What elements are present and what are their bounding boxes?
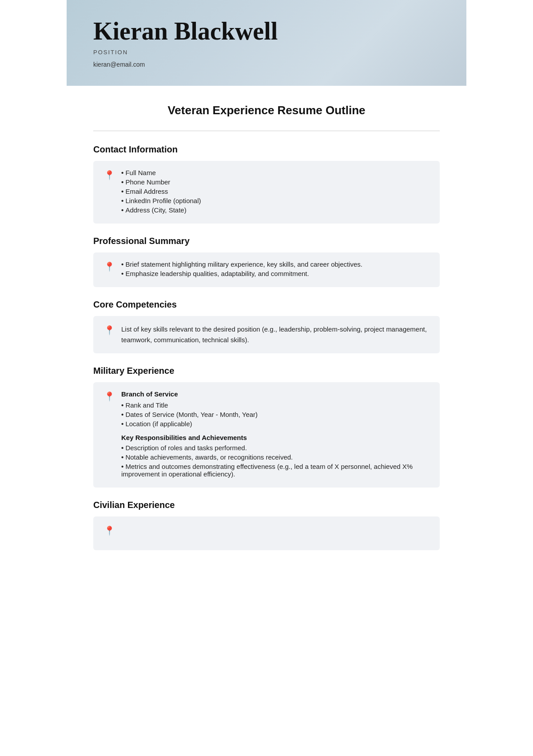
pin-icon-summary: 📍: [104, 261, 115, 272]
list-item: Emphasize leadership qualities, adaptabi…: [121, 270, 362, 277]
professional-summary-box: 📍 Brief statement highlighting military …: [93, 252, 440, 287]
list-item: Phone Number: [121, 178, 201, 186]
civilian-content: [121, 524, 429, 542]
list-item: Address (City, State): [121, 206, 201, 214]
core-competencies-text: List of key skills relevant to the desir…: [121, 324, 429, 345]
achievements-list: Description of roles and tasks performed…: [121, 444, 429, 478]
contact-heading: Contact Information: [93, 144, 440, 155]
key-responsibilities-heading: Key Responsibilities and Achievements: [121, 434, 429, 441]
branch-of-service-label: Branch of Service: [121, 390, 429, 398]
contact-list: Full Name Phone Number Email Address Lin…: [121, 169, 201, 216]
list-item: Notable achievements, awards, or recogni…: [121, 453, 429, 461]
pin-icon-military: 📍: [104, 391, 115, 402]
military-experience-row: 📍 Branch of Service Rank and Title Dates…: [104, 390, 429, 480]
document-title: Veteran Experience Resume Outline: [93, 104, 440, 117]
professional-summary-list: Brief statement highlighting military ex…: [121, 260, 362, 279]
contact-row: 📍 Full Name Phone Number Email Address L…: [104, 169, 429, 216]
contact-box: 📍 Full Name Phone Number Email Address L…: [93, 161, 440, 224]
core-competencies-box: 📍 List of key skills relevant to the des…: [93, 316, 440, 353]
civilian-experience-heading: Civilian Experience: [93, 500, 440, 510]
military-experience-heading: Military Experience: [93, 366, 440, 376]
core-competencies-row: 📍 List of key skills relevant to the des…: [104, 324, 429, 345]
branch-list: Rank and Title Dates of Service (Month, …: [121, 401, 429, 428]
civilian-experience-row: 📍: [104, 524, 429, 542]
civilian-experience-box: 📍: [93, 516, 440, 550]
main-content: Veteran Experience Resume Outline Contac…: [67, 86, 466, 580]
list-item: LinkedIn Profile (optional): [121, 197, 201, 204]
list-item: Metrics and outcomes demonstrating effec…: [121, 463, 429, 478]
list-item: Dates of Service (Month, Year - Month, Y…: [121, 411, 429, 418]
candidate-name: Kieran Blackwell: [93, 18, 440, 45]
pin-icon-civilian: 📍: [104, 525, 115, 536]
list-item: Brief statement highlighting military ex…: [121, 260, 362, 268]
list-item: Email Address: [121, 188, 201, 195]
list-item: Description of roles and tasks performed…: [121, 444, 429, 452]
pin-icon-competencies: 📍: [104, 325, 115, 336]
candidate-position: POSITION: [93, 49, 440, 56]
professional-summary-row: 📍 Brief statement highlighting military …: [104, 260, 429, 279]
title-divider: [93, 131, 440, 131]
branch-info: Branch of Service Rank and Title Dates o…: [121, 390, 429, 480]
list-item: Rank and Title: [121, 401, 429, 409]
list-item: Location (if applicable): [121, 420, 429, 428]
candidate-email: kieran@email.com: [93, 61, 440, 68]
military-experience-box: 📍 Branch of Service Rank and Title Dates…: [93, 382, 440, 488]
resume-header: Kieran Blackwell POSITION kieran@email.c…: [67, 0, 466, 86]
pin-icon-contact: 📍: [104, 170, 115, 180]
core-competencies-heading: Core Competencies: [93, 300, 440, 310]
list-item: Full Name: [121, 169, 201, 176]
professional-summary-heading: Professional Summary: [93, 236, 440, 246]
